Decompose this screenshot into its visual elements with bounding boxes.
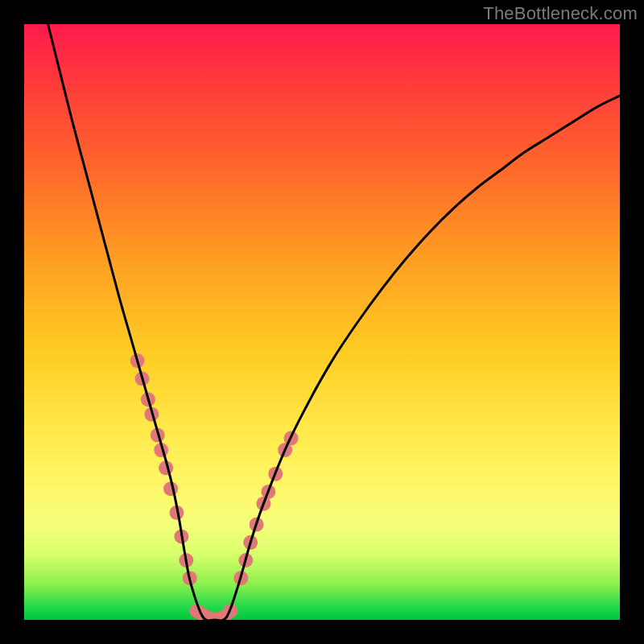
marker-dot	[135, 371, 150, 386]
marker-dot	[163, 481, 178, 496]
marker-dot	[169, 506, 184, 520]
watermark-text: TheBottleneck.com	[483, 3, 638, 24]
marker-dot	[154, 443, 168, 457]
marker-dot	[209, 612, 224, 620]
marker-dot	[278, 443, 292, 457]
marker-dot	[141, 392, 155, 407]
marker-dot	[238, 553, 253, 568]
marker-dot	[159, 460, 173, 475]
marker-dot	[201, 611, 216, 620]
frame: TheBottleneck.com	[0, 0, 644, 644]
marker-dot	[183, 571, 197, 585]
marker-dot	[243, 535, 258, 550]
marker-dot	[179, 553, 193, 568]
marker-dot	[217, 609, 232, 620]
marker-dot	[268, 467, 283, 481]
marker-dot	[261, 485, 275, 499]
marker-dot	[233, 571, 248, 585]
marker-dot	[196, 608, 210, 620]
marker-dot	[130, 353, 145, 368]
marker-dot	[190, 604, 204, 618]
marker-dot	[250, 518, 264, 532]
marker-dot	[151, 428, 165, 443]
marker-dot	[284, 431, 299, 445]
marker-dot	[223, 604, 237, 618]
marker-dot	[256, 497, 270, 511]
marker-dot	[174, 529, 188, 543]
plot-area	[24, 24, 620, 620]
marker-dot	[144, 407, 159, 422]
marker-layer	[130, 353, 299, 620]
bottleneck-curve	[48, 24, 620, 620]
chart-svg	[24, 24, 620, 620]
